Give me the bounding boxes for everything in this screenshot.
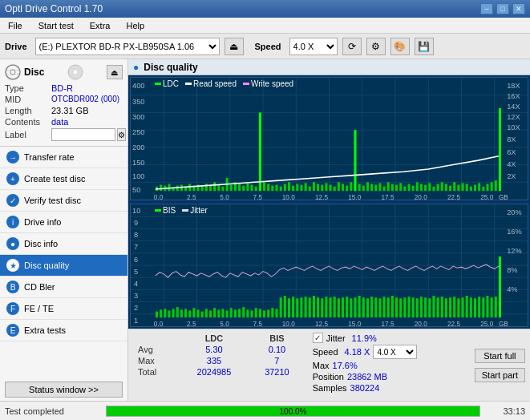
eject-button[interactable]: ⏏: [225, 38, 244, 55]
sidebar-item-cd-bler[interactable]: B CD Bler: [0, 277, 127, 298]
disc-label-button[interactable]: ⚙: [117, 128, 126, 141]
titlebar: Opti Drive Control 1.70 – □ ✕: [0, 0, 530, 18]
sidebar-label-disc-quality: Disc quality: [24, 260, 69, 270]
svg-rect-200: [271, 308, 273, 317]
svg-text:15.0: 15.0: [348, 320, 361, 326]
svg-rect-55: [217, 185, 220, 192]
sidebar-item-disc-info[interactable]: ● Disc info: [0, 233, 127, 255]
svg-text:20.0: 20.0: [415, 320, 427, 326]
svg-rect-226: [378, 298, 381, 317]
stats-label-total: Total: [133, 366, 179, 378]
charts-area: LDC Read speed Write speed: [128, 75, 530, 329]
legend-bis: BIS: [155, 206, 176, 215]
close-button[interactable]: ✕: [512, 3, 525, 14]
svg-rect-225: [374, 297, 377, 317]
col-header-empty: [133, 333, 179, 344]
svg-text:350: 350: [132, 96, 144, 105]
speed-row: Speed 4.18 X 4.0 X 1.0 X 2.0 X 8.0 X: [313, 345, 467, 359]
start-full-button[interactable]: Start full: [475, 349, 525, 363]
save-button[interactable]: 💾: [415, 38, 434, 55]
svg-text:4X: 4X: [507, 160, 516, 168]
menu-file[interactable]: File: [3, 19, 27, 32]
drive-select[interactable]: (E:) PLEXTOR BD-R PX-LB950SA 1.06: [35, 38, 220, 55]
minimize-button[interactable]: –: [480, 3, 493, 14]
disc-label-input[interactable]: [51, 128, 115, 141]
svg-point-4: [73, 70, 78, 75]
speed-select[interactable]: 4.0 X 1.0 X 2.0 X 8.0 X: [289, 38, 338, 55]
svg-text:GB: GB: [499, 193, 508, 200]
menu-start-test[interactable]: Start test: [34, 19, 79, 32]
status-window-button[interactable]: Status window >>: [5, 382, 123, 398]
svg-rect-185: [209, 310, 212, 317]
sidebar-item-transfer-rate[interactable]: → Transfer rate: [0, 147, 127, 168]
jitter-checkbox[interactable]: ✓: [313, 333, 323, 343]
refresh-button[interactable]: ⟳: [342, 38, 362, 55]
menu-extra[interactable]: Extra: [85, 19, 115, 32]
svg-rect-204: [288, 298, 290, 317]
svg-rect-182: [197, 309, 200, 317]
action-buttons: Start full Start part: [470, 329, 530, 401]
sidebar-item-verify-test-disc[interactable]: ✓ Verify test disc: [0, 190, 127, 212]
svg-rect-228: [387, 297, 390, 317]
svg-text:3: 3: [134, 291, 138, 300]
speed-select-stats[interactable]: 4.0 X 1.0 X 2.0 X 8.0 X: [373, 345, 417, 359]
legend-jitter: Jitter: [182, 206, 208, 215]
svg-rect-205: [292, 297, 294, 317]
bis-legend: BIS Jitter: [155, 206, 208, 215]
status-text: Test completed: [5, 406, 101, 416]
disc-eject-button[interactable]: ⏏: [107, 65, 123, 79]
svg-rect-243: [449, 297, 451, 317]
start-part-button[interactable]: Start part: [475, 368, 525, 382]
svg-text:15.0: 15.0: [348, 193, 361, 200]
svg-text:5.0: 5.0: [220, 193, 229, 200]
disc-icon: [5, 64, 21, 80]
svg-rect-51: [201, 187, 204, 191]
chart-header: ● Disc quality: [128, 59, 530, 75]
svg-rect-183: [201, 312, 204, 318]
speed-value: 4.18 X: [345, 347, 370, 357]
menu-help[interactable]: Help: [121, 19, 149, 32]
sidebar-item-extra-tests[interactable]: E Extra tests: [0, 320, 127, 341]
titlebar-title: Opti Drive Control 1.70: [5, 3, 103, 14]
svg-rect-83: [334, 187, 336, 191]
svg-rect-86: [346, 186, 348, 192]
svg-rect-240: [437, 297, 439, 317]
svg-rect-237: [424, 297, 427, 317]
svg-rect-189: [226, 310, 229, 317]
svg-text:300: 300: [132, 112, 144, 121]
disc-header: Disc ⏏: [5, 64, 123, 80]
col-header-bis: BIS: [249, 333, 305, 344]
sidebar-item-fe-te[interactable]: F FE / TE: [0, 298, 127, 320]
settings-button[interactable]: ⚙: [366, 38, 386, 55]
svg-rect-84: [338, 182, 340, 191]
svg-rect-255: [499, 256, 501, 317]
svg-rect-82: [330, 185, 332, 192]
svg-rect-99: [399, 183, 402, 191]
sidebar-item-drive-info[interactable]: i Drive info: [0, 212, 127, 233]
svg-rect-98: [395, 185, 398, 192]
svg-rect-66: [263, 182, 265, 191]
svg-text:6: 6: [134, 254, 138, 263]
svg-text:250: 250: [132, 127, 144, 135]
svg-text:4: 4: [134, 279, 139, 288]
svg-rect-108: [437, 184, 439, 191]
svg-rect-218: [346, 297, 348, 317]
jitter-avg-value: 11.9%: [352, 333, 377, 343]
main-area: Disc ⏏ Type BD-R MID OTCBDR002 (000) Len…: [0, 59, 530, 401]
svg-text:20%: 20%: [507, 208, 522, 216]
svg-rect-62: [246, 183, 249, 191]
palette-button[interactable]: 🎨: [390, 38, 410, 55]
svg-rect-188: [221, 309, 224, 317]
svg-rect-210: [313, 296, 315, 317]
maximize-button[interactable]: □: [496, 3, 509, 14]
sidebar-item-disc-quality[interactable]: ★ Disc quality: [0, 255, 127, 277]
svg-rect-247: [466, 296, 468, 317]
svg-text:10: 10: [132, 206, 140, 215]
svg-rect-87: [350, 182, 352, 191]
svg-rect-54: [213, 182, 216, 191]
svg-rect-211: [317, 297, 319, 317]
sidebar-item-create-test-disc[interactable]: + Create test disc: [0, 168, 127, 190]
svg-rect-192: [238, 309, 241, 317]
jitter-max-value: 17.6%: [333, 361, 358, 370]
svg-rect-209: [309, 297, 311, 317]
